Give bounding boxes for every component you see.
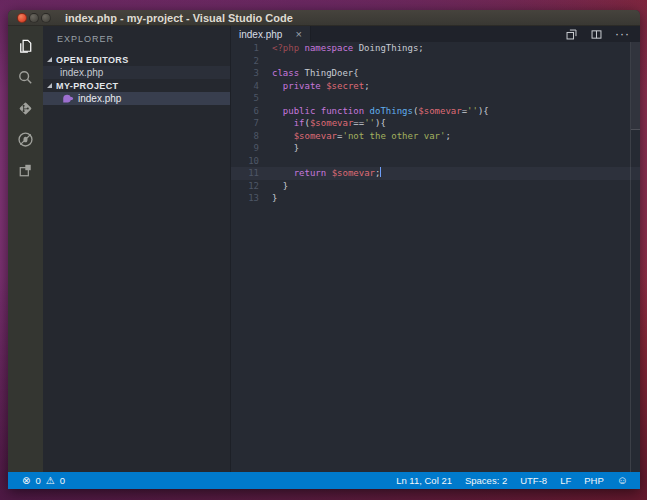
editor-actions: ··· xyxy=(565,26,640,42)
line-content: <?php namespace DoingThings; xyxy=(259,42,424,55)
code-line-4: 4 private $secret; xyxy=(231,80,640,93)
file-item-index-php[interactable]: index.php xyxy=(43,66,230,79)
status-item-ln-11-col-21[interactable]: Ln 11, Col 21 xyxy=(396,475,452,486)
line-number: 4 xyxy=(231,80,259,93)
tab-index-php[interactable]: index.php × xyxy=(231,26,311,42)
code-lines: 1<?php namespace DoingThings;23class Thi… xyxy=(231,42,640,205)
line-number: 5 xyxy=(231,92,259,105)
code-line-5: 5 xyxy=(231,92,640,105)
section-header-open-editors[interactable]: OPEN EDITORS xyxy=(43,53,230,66)
file-item-label: index.php xyxy=(60,67,103,78)
editor-group[interactable]: index.php × ··· 1<?php namespace DoingTh… xyxy=(230,26,640,472)
status-bar: ⊗ 0 ⚠ 0 Ln 11, Col 21Spaces: 2UTF-8LFPHP… xyxy=(8,472,640,489)
code-line-11: 11 return $somevar; xyxy=(231,167,640,180)
status-right: Ln 11, Col 21Spaces: 2UTF-8LFPHP ☺ xyxy=(396,475,640,486)
tab-close-icon[interactable]: × xyxy=(296,29,302,39)
titlebar: index.php - my-project - Visual Studio C… xyxy=(8,10,640,26)
line-content: } xyxy=(259,192,277,205)
line-content: public function doThings($somevar=''){ xyxy=(259,105,489,118)
code-line-7: 7 if($somevar==''){ xyxy=(231,117,640,130)
line-number: 10 xyxy=(231,155,259,168)
code-line-8: 8 $somevar='not the other var'; xyxy=(231,130,640,143)
line-content: class ThingDoer{ xyxy=(259,67,359,80)
code-line-13: 13} xyxy=(231,192,640,205)
window-maximize-button[interactable] xyxy=(41,13,51,23)
line-number: 2 xyxy=(231,55,259,68)
line-number: 8 xyxy=(231,130,259,143)
line-number: 6 xyxy=(231,105,259,118)
scrollbar-thumb[interactable] xyxy=(631,42,640,130)
line-content: } xyxy=(259,180,288,193)
files-icon xyxy=(16,37,35,60)
more-actions-icon[interactable]: ··· xyxy=(615,30,630,38)
tab-label: index.php xyxy=(239,29,296,40)
file-item-label: index.php xyxy=(78,93,121,104)
line-number: 13 xyxy=(231,192,259,205)
split-editor-icon[interactable] xyxy=(565,28,578,41)
extensions-icon xyxy=(16,161,35,184)
line-content xyxy=(259,155,272,168)
activity-extensions-button[interactable] xyxy=(8,157,43,188)
source-control-icon xyxy=(16,99,35,122)
status-item-utf-8[interactable]: UTF-8 xyxy=(520,475,547,486)
code-line-9: 9 } xyxy=(231,142,640,155)
section-label: MY-PROJECT xyxy=(56,81,119,91)
status-item-php[interactable]: PHP xyxy=(584,475,604,486)
tab-bar: index.php × ··· xyxy=(231,26,640,42)
line-number: 7 xyxy=(231,117,259,130)
sidebar-explorer: EXPLORER OPEN EDITORSindex.phpMY-PROJECT… xyxy=(43,26,230,472)
line-number: 12 xyxy=(231,180,259,193)
activity-source-control-button[interactable] xyxy=(8,95,43,126)
status-right-items: Ln 11, Col 21Spaces: 2UTF-8LFPHP xyxy=(396,475,604,486)
code-line-10: 10 xyxy=(231,155,640,168)
error-icon: ⊗ xyxy=(22,476,30,486)
file-item-index-php[interactable]: index.php xyxy=(43,92,230,105)
text-cursor xyxy=(380,167,381,177)
php-file-icon xyxy=(62,94,74,103)
code-line-6: 6 public function doThings($somevar=''){ xyxy=(231,105,640,118)
line-content: return $somevar; xyxy=(259,167,381,180)
editor-layout-icon[interactable] xyxy=(590,28,603,41)
line-content: private $secret; xyxy=(259,80,370,93)
line-content: if($somevar==''){ xyxy=(259,117,386,130)
error-count: 0 xyxy=(35,475,40,486)
line-number: 1 xyxy=(231,42,259,55)
feedback-smiley-icon[interactable]: ☺ xyxy=(617,475,628,486)
code-line-2: 2 xyxy=(231,55,640,68)
status-item-spaces-2[interactable]: Spaces: 2 xyxy=(465,475,507,486)
window-title: index.php - my-project - Visual Studio C… xyxy=(65,12,293,24)
line-number: 3 xyxy=(231,67,259,80)
sidebar-sections: OPEN EDITORSindex.phpMY-PROJECTindex.php xyxy=(43,53,230,105)
section-label: OPEN EDITORS xyxy=(56,55,129,65)
sidebar-title: EXPLORER xyxy=(57,34,230,44)
activity-debug-button[interactable] xyxy=(8,126,43,157)
window-close-button[interactable] xyxy=(17,13,27,23)
activity-search-button[interactable] xyxy=(8,64,43,95)
line-content: $somevar='not the other var'; xyxy=(259,130,451,143)
section-header-my-project[interactable]: MY-PROJECT xyxy=(43,79,230,92)
warning-count: 0 xyxy=(60,475,65,486)
vscode-window: index.php - my-project - Visual Studio C… xyxy=(8,10,640,489)
debug-icon xyxy=(16,130,35,153)
line-content xyxy=(259,92,272,105)
expand-triangle-icon xyxy=(47,57,52,62)
warning-icon: ⚠ xyxy=(46,476,55,486)
code-editor[interactable]: 1<?php namespace DoingThings;23class Thi… xyxy=(231,42,640,472)
window-minimize-button[interactable] xyxy=(29,13,39,23)
code-line-1: 1<?php namespace DoingThings; xyxy=(231,42,640,55)
activity-bar xyxy=(8,26,43,472)
code-line-3: 3class ThingDoer{ xyxy=(231,67,640,80)
expand-triangle-icon xyxy=(47,83,52,88)
editor-scrollbar[interactable] xyxy=(630,42,640,472)
activity-files-button[interactable] xyxy=(8,33,43,64)
line-number: 11 xyxy=(231,167,259,180)
search-icon xyxy=(16,68,35,91)
line-content: } xyxy=(259,142,299,155)
line-number: 9 xyxy=(231,142,259,155)
code-line-12: 12 } xyxy=(231,180,640,193)
status-item-lf[interactable]: LF xyxy=(560,475,571,486)
problems-indicator[interactable]: ⊗ 0 ⚠ 0 xyxy=(8,475,65,486)
line-content xyxy=(259,55,272,68)
